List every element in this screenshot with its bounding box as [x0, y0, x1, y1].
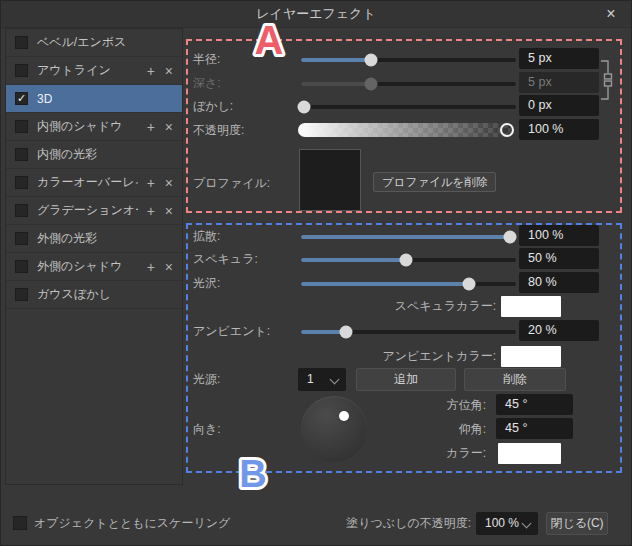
slider-handle[interactable]	[364, 53, 377, 66]
sidebar-item-inner-shadow[interactable]: 内側のシャドウ +×	[6, 113, 182, 141]
azimuth-label: 方位角:	[447, 395, 486, 416]
opacity-value[interactable]: 100 %	[519, 119, 599, 140]
remove-light-button[interactable]: 削除	[464, 368, 566, 391]
depth-slider	[301, 77, 516, 90]
sidebar-item-outline[interactable]: アウトライン +×	[6, 57, 182, 85]
link-radius-depth-icon[interactable]	[599, 60, 613, 100]
profile-label: プロファイル:	[193, 173, 270, 194]
sidebar-item-label: アウトライン	[37, 62, 111, 79]
ambient-slider[interactable]	[301, 325, 516, 338]
add-light-button[interactable]: 追加	[356, 368, 456, 391]
slider-fill	[301, 235, 510, 239]
radius-value[interactable]: 5 px	[519, 48, 599, 69]
checkbox[interactable]	[15, 176, 28, 189]
add-icon[interactable]: +	[147, 176, 155, 190]
close-icon[interactable]: ×	[599, 1, 623, 27]
remove-icon[interactable]: ×	[165, 120, 173, 134]
shininess-slider[interactable]	[301, 277, 516, 290]
slider-handle	[364, 77, 377, 90]
slider-handle[interactable]	[340, 325, 353, 338]
checkbox-checked[interactable]: ✓	[15, 92, 28, 105]
sidebar-item-3d[interactable]: ✓ 3D	[6, 85, 182, 113]
specular-color-label: スペキュラカラー:	[395, 296, 496, 317]
remove-icon[interactable]: ×	[165, 64, 173, 78]
close-button[interactable]: 閉じる(C)	[546, 512, 608, 535]
effect-list: ベベル/エンボス アウトライン +× ✓ 3D 内側のシャドウ +× 内側の光彩…	[5, 28, 183, 485]
sidebar-item-outer-shadow[interactable]: 外側のシャドウ +×	[6, 253, 182, 281]
specular-slider[interactable]	[301, 253, 516, 266]
shininess-label: 光沢:	[193, 273, 220, 294]
slider-fill	[301, 258, 406, 262]
checkbox[interactable]	[15, 232, 28, 245]
diffuse-slider[interactable]	[301, 230, 516, 243]
checkbox[interactable]	[15, 120, 28, 133]
svg-text:B: B	[239, 453, 266, 495]
sidebar-item-inner-glow[interactable]: 内側の光彩	[6, 141, 182, 169]
elevation-label: 仰角:	[459, 419, 486, 440]
add-icon[interactable]: +	[147, 260, 155, 274]
specular-color-swatch[interactable]	[501, 296, 561, 317]
sidebar-item-gaussian-blur[interactable]: ガウスぼかし	[6, 281, 182, 309]
blur-slider[interactable]	[301, 100, 516, 113]
sidebar-item-label: カラーオーバーレイ	[37, 174, 138, 191]
scale-with-object-checkbox[interactable]	[13, 516, 27, 530]
sidebar-item-outer-glow[interactable]: 外側の光彩	[6, 225, 182, 253]
remove-icon[interactable]: ×	[165, 176, 173, 190]
sidebar-item-label: ベベル/エンボス	[37, 34, 126, 51]
sidebar-item-bevel-emboss[interactable]: ベベル/エンボス	[6, 29, 182, 57]
light-direction-dot[interactable]	[339, 411, 349, 421]
sidebar-item-gradient-overlay[interactable]: グラデーションオーバーレイ +×	[6, 197, 182, 225]
ambient-value[interactable]: 20 %	[519, 320, 599, 341]
add-icon[interactable]: +	[147, 64, 155, 78]
direction-label: 向き:	[193, 419, 221, 440]
specular-value[interactable]: 50 %	[519, 248, 599, 269]
light-direction-sphere[interactable]	[301, 396, 367, 462]
checkbox[interactable]	[15, 288, 28, 301]
light-source-select[interactable]: 1	[298, 368, 346, 391]
remove-profile-button[interactable]: プロファイルを削除	[373, 172, 496, 192]
sidebar-item-label: グラデーションオーバーレイ	[37, 202, 138, 219]
light-source-label: 光源:	[193, 369, 220, 390]
azimuth-value[interactable]: 45 °	[496, 394, 573, 415]
light-color-swatch[interactable]	[498, 443, 561, 464]
sidebar-item-color-overlay[interactable]: カラーオーバーレイ +×	[6, 169, 182, 197]
titlebar: レイヤーエフェクト ×	[1, 1, 631, 28]
sidebar-item-label: 外側のシャドウ	[37, 258, 122, 275]
checkbox[interactable]	[15, 204, 28, 217]
blur-value[interactable]: 0 px	[519, 95, 599, 116]
slider-ring-handle[interactable]	[500, 123, 514, 137]
annotation-letter-b: B	[227, 449, 279, 497]
radius-label: 半径:	[193, 49, 220, 70]
depth-label: 深さ:	[193, 73, 221, 94]
ambient-color-swatch[interactable]	[501, 346, 561, 367]
checkbox[interactable]	[15, 148, 28, 161]
opacity-gradient-slider[interactable]	[298, 123, 513, 137]
slider-track[interactable]	[301, 105, 516, 109]
diffuse-value[interactable]: 100 %	[519, 225, 599, 246]
depth-value: 5 px	[519, 72, 599, 93]
layer-effects-dialog: レイヤーエフェクト × ベベル/エンボス アウトライン +× ✓ 3D 内側のシ…	[0, 0, 632, 546]
radius-slider[interactable]	[301, 53, 516, 66]
add-icon[interactable]: +	[147, 120, 155, 134]
elevation-value[interactable]: 45 °	[496, 418, 573, 439]
remove-icon[interactable]: ×	[165, 260, 173, 274]
specular-label: スペキュラ:	[193, 249, 258, 270]
checkbox[interactable]	[15, 64, 28, 77]
opacity-label: 不透明度:	[193, 120, 244, 141]
add-icon[interactable]: +	[147, 204, 155, 218]
shininess-value[interactable]: 80 %	[519, 272, 599, 293]
fill-opacity-label: 塗りつぶしの不透明度:	[346, 513, 471, 534]
light-source-value: 1	[307, 368, 314, 391]
ambient-label: アンビエント:	[193, 321, 270, 342]
slider-fill	[301, 58, 371, 62]
fill-opacity-select[interactable]: 100 %	[476, 512, 538, 535]
slider-handle[interactable]	[298, 100, 311, 113]
remove-icon[interactable]: ×	[165, 204, 173, 218]
slider-handle[interactable]	[462, 277, 475, 290]
slider-handle[interactable]	[503, 230, 516, 243]
checkbox[interactable]	[15, 260, 28, 273]
profile-curve-swatch[interactable]	[299, 149, 361, 211]
checkbox[interactable]	[15, 36, 28, 49]
sidebar-item-label: 外側の光彩	[37, 230, 97, 247]
slider-handle[interactable]	[400, 253, 413, 266]
